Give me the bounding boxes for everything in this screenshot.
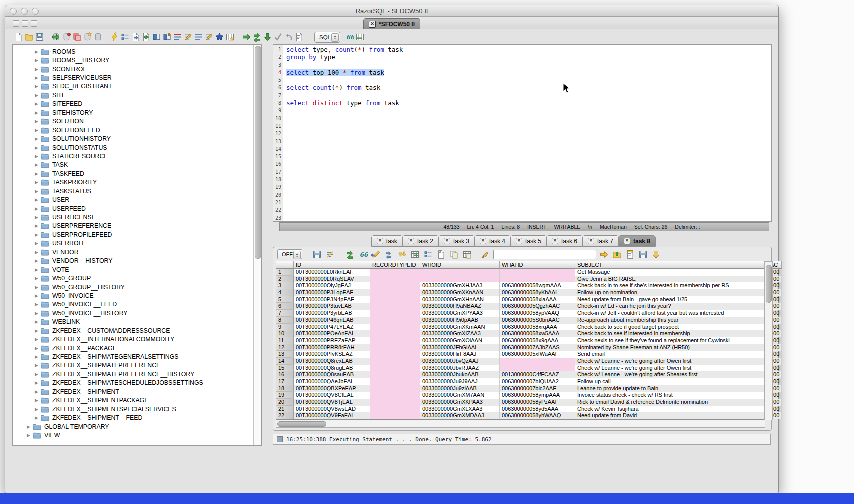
disclosure-triangle-icon[interactable]: ▶ — [35, 250, 38, 255]
sidebar-item-sfdc-registrant[interactable]: ▶SFDC_REGISTRANT — [13, 82, 262, 91]
table-hscroll-thumb[interactable] — [278, 422, 326, 427]
sidebar-item-w50-invoice[interactable]: ▶W50_INVOICE — [13, 292, 262, 300]
table-cell[interactable]: 0033000000GmXOiAAN — [420, 338, 500, 344]
close-tab-icon[interactable]: ✕ — [624, 238, 630, 244]
column-header-whoid[interactable]: WHOID — [420, 262, 500, 269]
edit-list-icon[interactable] — [183, 32, 194, 42]
sidebar-item-zkfedex-shipment[interactable]: ▶ZKFEDEX__SHIPMENT — [13, 388, 262, 396]
table-cell[interactable] — [370, 296, 420, 304]
result-tab-task-6[interactable]: ✕task 6 — [546, 236, 583, 247]
column-header-subject[interactable]: SUBJECT — [576, 262, 768, 269]
table-cell[interactable] — [370, 269, 420, 276]
disclosure-triangle-icon[interactable]: ▶ — [35, 128, 38, 133]
table-cell[interactable]: Check w/ Kevin Tsujihara — [576, 406, 768, 413]
align-text-icon[interactable] — [194, 32, 204, 42]
column-header-recordtypeid[interactable]: RECORDTYPEID — [370, 262, 420, 269]
table-cell[interactable]: Check back to see if interested in membe… — [576, 330, 768, 338]
table-cell[interactable] — [370, 412, 420, 420]
result-tab-task-5[interactable]: ✕task 5 — [510, 236, 547, 247]
table-cell[interactable]: 0033000000JbvQzAAJ — [420, 358, 500, 365]
sidebar-item-taskpriority[interactable]: ▶TASKPRIORITY — [13, 178, 262, 187]
documentation-book-icon[interactable] — [152, 32, 162, 42]
disclosure-triangle-icon[interactable]: ▶ — [35, 302, 38, 307]
table-cell[interactable] — [500, 358, 576, 365]
disclosure-triangle-icon[interactable]: ▶ — [35, 232, 38, 238]
table-cell[interactable]: 00T3000000P47LYEAZ — [294, 324, 370, 331]
disclosure-triangle-icon[interactable]: ▶ — [35, 102, 38, 106]
table-cell[interactable]: 00T3000000QV8TjEAL — [294, 399, 370, 406]
disclosure-triangle-icon[interactable]: ▶ — [35, 354, 38, 360]
close-tab-icon[interactable]: ✕ — [369, 21, 376, 28]
export-results-icon[interactable] — [612, 250, 622, 260]
table-cell[interactable] — [500, 269, 576, 276]
save-icon[interactable] — [34, 32, 45, 42]
table-cell[interactable]: Invoice status check - check w/ RS first — [576, 392, 768, 399]
highlight-pen-icon[interactable] — [480, 250, 491, 260]
table-cell[interactable]: Follow-up on nomination — [576, 290, 768, 296]
disclosure-triangle-icon[interactable]: ▶ — [35, 398, 38, 403]
close-tab-icon[interactable]: ✕ — [552, 238, 558, 244]
table-cell[interactable]: 00T3000000PfvKSEAZ — [294, 351, 370, 358]
format-sql-icon[interactable] — [204, 32, 214, 42]
sidebar-item-solution[interactable]: ▶SOLUTION — [13, 118, 262, 126]
table-cell[interactable]: 006300000058xrqAAA — [500, 324, 576, 331]
frame-button-icon[interactable] — [31, 20, 38, 27]
disclosure-triangle-icon[interactable]: ▶ — [35, 241, 38, 246]
disclosure-triangle-icon[interactable]: ▶ — [35, 346, 38, 351]
table-cell[interactable]: Rick to email David & reference Delmonte… — [576, 399, 768, 406]
sidebar-item-zkfedex-customaddresssource[interactable]: ▶ZKFEDEX__CUSTOMADDRESSSOURCE — [13, 326, 262, 335]
table-cell[interactable]: Send email — [576, 351, 768, 358]
save-grid-icon[interactable] — [638, 250, 648, 260]
table-cell[interactable] — [370, 310, 420, 317]
table-cell[interactable]: 0033000000GmXMDAA3 — [420, 412, 500, 420]
table-cell[interactable]: 0013000000C4fFCAAZ — [500, 372, 576, 378]
disclosure-triangle-icon[interactable]: ▶ — [35, 93, 38, 98]
table-cell[interactable]: Get Massage — [576, 269, 768, 276]
disclosure-triangle-icon[interactable]: ▶ — [35, 258, 38, 264]
table-cell[interactable] — [370, 351, 420, 358]
table-cell[interactable]: 0033000000GmXM7AAN — [420, 392, 500, 399]
sidebar-item-vote[interactable]: ▶VOTE — [13, 266, 262, 274]
table-cell[interactable] — [370, 406, 420, 413]
table-cell[interactable] — [500, 276, 576, 283]
table-cell[interactable]: 00T3000000Q8rugEAB — [294, 365, 370, 372]
table-cell[interactable]: Check-in w/ Ed - can he join this year? — [576, 303, 768, 310]
sidebar-item-taskfeed[interactable]: ▶TASKFEED — [13, 170, 262, 178]
disclosure-triangle-icon[interactable]: ▶ — [35, 363, 38, 368]
save-results-icon[interactable] — [312, 250, 322, 260]
minimize-window-icon[interactable] — [21, 8, 28, 15]
table-cell[interactable]: 0033000000GmXPYAA3 — [420, 310, 500, 317]
column-header-id[interactable]: ID — [294, 262, 370, 269]
disclosure-triangle-icon[interactable]: ▶ — [35, 110, 38, 116]
sidebar-item-sitefeed[interactable]: ▶SITEFEED — [13, 100, 262, 108]
disclosure-triangle-icon[interactable]: ▶ — [35, 320, 38, 324]
sidebar-item-userpreference[interactable]: ▶USERPREFERENCE — [13, 222, 262, 230]
disclosure-triangle-icon[interactable]: ▶ — [35, 180, 38, 185]
table-cell[interactable]: 0033000000GmXHnAAN — [420, 296, 500, 304]
close-tab-icon[interactable]: ✕ — [516, 238, 522, 244]
table-row[interactable]: 2000T3000000QV8TjEAL0033000000GmXKPAA300… — [276, 399, 765, 406]
disclosure-triangle-icon[interactable]: ▶ — [35, 76, 38, 80]
insert-row-icon[interactable] — [384, 250, 394, 260]
execute-forward-icon[interactable] — [242, 32, 252, 42]
sidebar-item-zkfedex-package[interactable]: ▶ZKFEDEX__PACKAGE — [13, 344, 262, 352]
sidebar-item-userrole[interactable]: ▶USERROLE — [13, 240, 262, 248]
export-table-icon[interactable] — [225, 32, 236, 42]
execute-down-icon[interactable] — [262, 32, 273, 42]
table-cell[interactable]: Check w/ Leanne - we're going after Owen… — [576, 358, 768, 365]
table-cell[interactable]: 0033000000Ju9zlAAB — [420, 386, 500, 392]
refresh-table-icon[interactable] — [410, 250, 420, 260]
table-cell[interactable]: 00T3000000P3N4pEAF — [294, 296, 370, 304]
edit-query-icon[interactable] — [130, 32, 141, 42]
download-icon[interactable] — [651, 250, 662, 260]
table-cell[interactable]: 006300000058yd5AAA — [500, 406, 576, 413]
table-cell[interactable]: 00T3000000PREZaEAP — [294, 338, 370, 344]
sidebar-item-solutionstatus[interactable]: ▶SOLUTIONSTATUS — [13, 144, 262, 152]
disclosure-triangle-icon[interactable]: ▶ — [35, 390, 38, 394]
disclosure-triangle-icon[interactable]: ▶ — [35, 224, 38, 228]
commit-check-icon[interactable] — [273, 32, 284, 42]
table-cell[interactable] — [370, 378, 420, 386]
disclosure-triangle-icon[interactable]: ▶ — [35, 337, 38, 342]
result-tab-task-3[interactable]: ✕task 3 — [438, 236, 475, 247]
disclosure-triangle-icon[interactable]: ▶ — [35, 172, 38, 176]
